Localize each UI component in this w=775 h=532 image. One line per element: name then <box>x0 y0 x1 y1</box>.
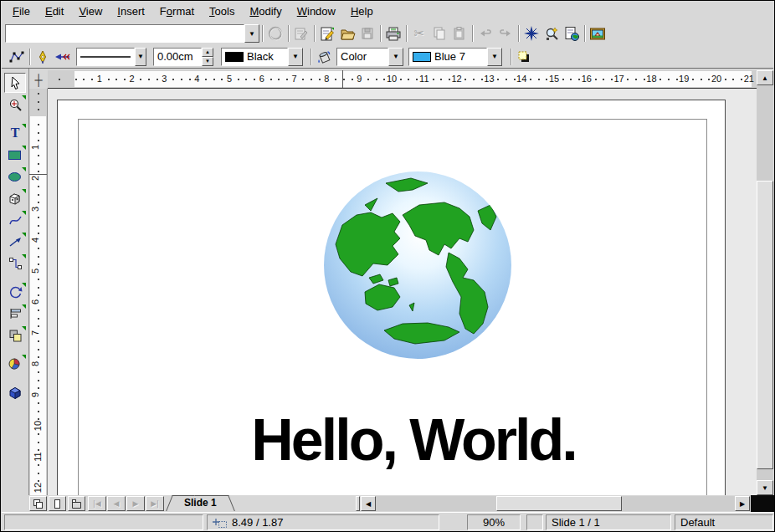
ruler-tick <box>38 380 39 381</box>
menu-item-modify[interactable]: Modify <box>242 3 289 20</box>
zoom-button[interactable] <box>541 24 562 43</box>
url-field[interactable] <box>5 24 244 43</box>
tab-scroll-splitter[interactable] <box>356 496 360 511</box>
ruler-tick <box>595 79 597 80</box>
menu-item-format[interactable]: Format <box>152 3 202 20</box>
line-width-input[interactable] <box>157 49 198 65</box>
ruler-tick <box>38 194 39 196</box>
line-width-spin-buttons[interactable]: ▲▼ <box>202 48 213 66</box>
status-position-field[interactable]: 8.49 / 1.87 <box>207 514 439 530</box>
line-color-select[interactable]: Black ▼ <box>221 48 303 66</box>
ruler-tick <box>464 79 466 80</box>
ruler-number: 14 <box>516 74 526 84</box>
fill-style-select[interactable]: Color ▼ <box>336 48 403 66</box>
tool-zoom-button[interactable] <box>4 95 26 115</box>
layer-view-button[interactable] <box>68 496 85 511</box>
tool-alignment-button[interactable] <box>4 304 26 324</box>
toolbar-separator <box>308 49 314 65</box>
glue-points-button[interactable] <box>33 48 53 66</box>
tool-text-button[interactable]: T <box>4 123 26 143</box>
slide-view-button[interactable] <box>29 496 47 511</box>
ruler-tick <box>38 132 39 134</box>
spin-down-icon[interactable]: ▼ <box>202 57 213 66</box>
menu-item-insert[interactable]: Insert <box>110 3 152 20</box>
last-icon: ▶| <box>151 499 158 508</box>
scroll-right-button[interactable]: ▶ <box>735 496 750 511</box>
navigator-button[interactable] <box>521 24 541 43</box>
gallery-button[interactable] <box>588 24 608 43</box>
open-icon <box>340 26 356 42</box>
url-dropdown-button[interactable]: ▼ <box>244 24 259 43</box>
horizontal-scroll-thumb[interactable] <box>496 496 622 511</box>
spin-up-icon[interactable]: ▲ <box>202 48 213 57</box>
line-style-select[interactable]: ▼ <box>76 48 146 66</box>
line-width-stepper[interactable]: ▲▼ <box>153 48 213 66</box>
menu-item-window[interactable]: Window <box>290 3 343 20</box>
tool-ellipse-button[interactable] <box>4 166 26 187</box>
ruler-number: 12 <box>451 74 461 84</box>
tool-rectangle-button[interactable] <box>4 145 26 165</box>
canvas[interactable]: Hello, World. <box>48 89 758 495</box>
ruler-tick <box>319 79 321 80</box>
tool-insert-button[interactable] <box>4 354 26 374</box>
tool-rotate-button[interactable] <box>4 282 26 302</box>
tool-select-button[interactable] <box>4 73 26 93</box>
line-style-dropdown-button[interactable]: ▼ <box>135 48 146 66</box>
paste-button <box>449 24 470 43</box>
web-page-button[interactable] <box>562 24 582 43</box>
tool-lines-arrows-button[interactable] <box>4 232 26 252</box>
line-color-dropdown-button[interactable]: ▼ <box>288 48 303 66</box>
scroll-up-button[interactable]: ▲ <box>757 70 773 85</box>
shadow-button[interactable] <box>514 48 534 66</box>
vertical-scrollbar[interactable]: ▲ ▼ <box>757 70 773 495</box>
ruler-tick <box>38 449 39 451</box>
horizontal-scrollbar[interactable] <box>376 496 735 511</box>
print-button[interactable] <box>383 24 403 43</box>
scroll-left-button[interactable]: ◀ <box>361 496 376 511</box>
edit-points-button[interactable] <box>7 48 27 66</box>
chevron-down-icon: ▼ <box>137 53 144 60</box>
status-slide-field[interactable]: Slide 1 / 1 <box>546 514 671 530</box>
slide-title-text[interactable]: Hello, World. <box>251 407 576 473</box>
tab-slide-1[interactable]: Slide 1 <box>169 495 232 511</box>
fill-bucket-button[interactable] <box>314 48 334 66</box>
open-button[interactable] <box>337 24 357 43</box>
new-doc-button[interactable] <box>317 24 337 43</box>
scroll-down-button[interactable]: ▼ <box>757 480 773 495</box>
slide-page[interactable]: Hello, World. <box>57 100 726 495</box>
tool-objects-3d-button[interactable] <box>4 188 26 208</box>
toolbar-separator <box>377 25 383 42</box>
ruler-number: 3 <box>162 74 167 84</box>
ruler-number: 12 <box>33 483 43 493</box>
arrow-ends-button[interactable] <box>53 48 73 66</box>
ruler-tick <box>538 79 540 80</box>
fill-color-select[interactable]: Blue 7 ▼ <box>408 48 502 66</box>
status-zoom-field[interactable]: 90% <box>467 514 521 530</box>
ruler-origin-box[interactable]: ┼ <box>29 70 48 89</box>
horizontal-ruler[interactable]: 123456789101112131415161718192021 <box>48 70 758 89</box>
flyout-flag-icon <box>22 146 26 150</box>
notes-view-button[interactable] <box>49 496 66 511</box>
fill-color-dropdown-button[interactable]: ▼ <box>487 48 502 66</box>
tool-arrange-button[interactable] <box>4 325 26 345</box>
ruler-tick <box>635 79 637 80</box>
menu-item-tools[interactable]: Tools <box>202 3 242 20</box>
tool-curve-button[interactable] <box>4 210 26 230</box>
menu-item-edit[interactable]: Edit <box>38 3 71 20</box>
menu-item-file[interactable]: File <box>5 3 38 20</box>
tool-effects-button[interactable] <box>4 382 26 402</box>
fill-style-dropdown-button[interactable]: ▼ <box>388 48 403 66</box>
tool-connector-button[interactable] <box>4 253 26 274</box>
status-page-style-field[interactable]: Default <box>675 514 773 530</box>
ruler-tick <box>38 233 39 234</box>
menu-item-help[interactable]: Help <box>343 3 381 20</box>
ruler-tick <box>38 109 39 110</box>
ruler-tick <box>38 101 39 103</box>
menu-item-view[interactable]: View <box>71 3 110 20</box>
vertical-ruler[interactable]: 123456789101112 <box>29 89 48 495</box>
globe-image[interactable] <box>323 171 512 360</box>
vertical-scroll-thumb[interactable] <box>757 181 773 469</box>
url-input[interactable] <box>9 25 240 42</box>
ruler-number: 11 <box>419 74 429 84</box>
url-combobox[interactable]: ▼ <box>5 24 259 43</box>
